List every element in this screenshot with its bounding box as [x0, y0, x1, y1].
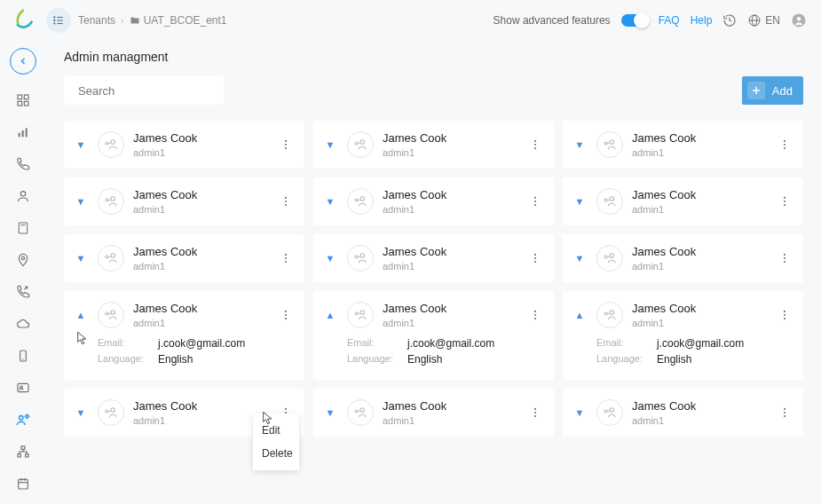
- user-info: James Cook admin1: [133, 188, 267, 215]
- more-icon[interactable]: [276, 252, 296, 264]
- chevron-down-icon[interactable]: ▼: [322, 253, 338, 264]
- svg-rect-11: [18, 95, 22, 99]
- user-details: Email: j.cook@gmail.com Language: Englis…: [73, 337, 296, 366]
- menu-delete[interactable]: Delete: [253, 442, 299, 465]
- user-card: ▼ James Cook admin1: [64, 177, 304, 225]
- more-icon[interactable]: [775, 406, 794, 419]
- chevron-down-icon[interactable]: ▼: [572, 139, 588, 150]
- plus-icon: [747, 82, 765, 99]
- avatar: [596, 245, 623, 272]
- more-icon[interactable]: [775, 309, 794, 321]
- history-icon[interactable]: [722, 13, 737, 28]
- user-name: James Cook: [632, 245, 766, 259]
- nav-calculator[interactable]: [8, 213, 38, 243]
- nav-schedule[interactable]: [8, 469, 38, 499]
- breadcrumb-current[interactable]: UAT_BCOE_ent1: [130, 14, 227, 27]
- avatar: [596, 399, 623, 426]
- language-selector[interactable]: EN: [747, 13, 780, 28]
- chevron-down-icon[interactable]: ▼: [73, 407, 89, 418]
- user-card: ▼ James Cook admin1: [563, 121, 803, 169]
- user-role: admin1: [632, 415, 766, 426]
- chevron-down-icon[interactable]: ▼: [572, 196, 588, 207]
- chevron-up-icon[interactable]: ▲: [73, 310, 89, 320]
- more-icon[interactable]: [525, 195, 545, 208]
- svg-point-139: [784, 415, 785, 417]
- add-button[interactable]: Add: [742, 76, 803, 105]
- svg-point-71: [285, 197, 287, 199]
- list-view-icon[interactable]: [46, 8, 71, 33]
- more-icon[interactable]: [525, 309, 545, 321]
- more-icon[interactable]: [525, 138, 545, 151]
- more-icon[interactable]: [775, 138, 794, 151]
- more-icon[interactable]: [276, 309, 296, 321]
- user-name: James Cook: [632, 131, 766, 146]
- search-box[interactable]: [64, 76, 224, 105]
- more-icon[interactable]: [276, 138, 296, 151]
- search-input[interactable]: [78, 84, 227, 98]
- chevron-down-icon[interactable]: ▼: [73, 253, 89, 264]
- menu-edit[interactable]: Edit: [253, 419, 299, 442]
- user-info: James Cook admin1: [383, 245, 517, 272]
- chevron-up-icon[interactable]: ▲: [322, 310, 338, 320]
- nav-cloud[interactable]: [8, 309, 38, 339]
- user-card: ▼ James Cook admin1: [313, 389, 554, 437]
- chevron-down-icon[interactable]: ▼: [322, 196, 338, 207]
- user-info: James Cook admin1: [632, 302, 766, 328]
- avatar: [596, 188, 623, 215]
- svg-point-111: [355, 312, 358, 315]
- svg-rect-16: [22, 130, 24, 137]
- faq-link[interactable]: FAQ: [659, 14, 680, 27]
- chevron-down-icon[interactable]: ▼: [73, 196, 89, 207]
- user-name: James Cook: [632, 399, 766, 413]
- nav-dashboard[interactable]: [8, 85, 38, 115]
- nav-network[interactable]: [8, 437, 38, 467]
- svg-point-51: [106, 142, 108, 145]
- svg-point-34: [26, 415, 28, 418]
- chevron-down-icon[interactable]: ▼: [73, 139, 89, 150]
- language-value: English: [407, 353, 442, 366]
- user-role: admin1: [383, 318, 517, 328]
- more-icon[interactable]: [775, 195, 794, 208]
- nav-analytics[interactable]: [8, 117, 38, 147]
- chevron-down-icon[interactable]: ▼: [572, 407, 588, 418]
- back-button[interactable]: [10, 48, 36, 75]
- svg-point-72: [285, 201, 287, 202]
- breadcrumb-root[interactable]: Tenants: [78, 14, 115, 27]
- svg-point-4: [54, 23, 55, 24]
- nav-users[interactable]: [8, 181, 38, 211]
- user-card: ▲ James Cook admin1 Email: j.cook@gmail.…: [563, 291, 803, 380]
- more-icon[interactable]: [775, 252, 794, 264]
- user-info: James Cook admin1: [133, 399, 267, 426]
- advanced-features-toggle[interactable]: [621, 14, 648, 27]
- svg-point-53: [285, 140, 287, 142]
- calendar-icon: [16, 476, 30, 491]
- breadcrumb-current-text: UAT_BCOE_ent1: [144, 14, 227, 27]
- nav-device[interactable]: [8, 341, 38, 371]
- language-value: English: [657, 353, 691, 366]
- help-link[interactable]: Help: [691, 14, 713, 27]
- avatar: [347, 245, 374, 272]
- user-role: admin1: [133, 147, 267, 158]
- nav-call-back[interactable]: [8, 277, 38, 307]
- chevron-down-icon[interactable]: ▼: [322, 139, 338, 150]
- svg-point-73: [285, 204, 287, 206]
- svg-point-68: [111, 197, 115, 201]
- nav-admin[interactable]: [8, 405, 38, 435]
- user-card: ▼ James Cook admin1: [64, 121, 304, 169]
- svg-point-115: [534, 318, 536, 319]
- chevron-down-icon[interactable]: ▼: [572, 253, 588, 264]
- chevron-down-icon[interactable]: ▼: [322, 407, 338, 418]
- more-icon[interactable]: [525, 406, 545, 419]
- more-icon[interactable]: [276, 195, 296, 208]
- chevron-up-icon[interactable]: ▲: [572, 310, 588, 320]
- svg-point-104: [111, 311, 115, 315]
- app-logo-icon: [11, 8, 36, 33]
- user-info: James Cook admin1: [383, 399, 517, 426]
- nav-contacts[interactable]: [8, 373, 38, 403]
- account-icon[interactable]: [791, 12, 807, 28]
- card-menu: Edit Delete: [253, 413, 299, 470]
- nav-calls[interactable]: [8, 149, 38, 179]
- more-icon[interactable]: [525, 252, 545, 264]
- nav-location[interactable]: [8, 245, 38, 275]
- avatar: [98, 188, 124, 215]
